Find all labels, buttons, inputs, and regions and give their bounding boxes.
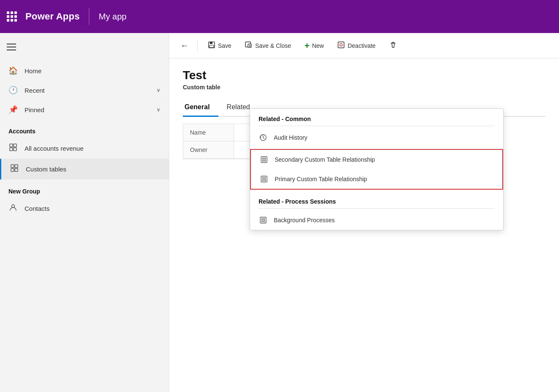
save-close-icon xyxy=(245,41,253,50)
svg-rect-2 xyxy=(10,148,13,151)
sidebar-contacts-label: Contacts xyxy=(25,205,160,212)
svg-rect-27 xyxy=(262,218,263,220)
recent-chevron-icon: ∨ xyxy=(157,87,160,93)
sidebar-recent-label: Recent xyxy=(25,87,150,94)
deactivate-label: Deactivate xyxy=(347,42,375,49)
svg-rect-29 xyxy=(262,221,263,222)
svg-rect-30 xyxy=(264,221,265,222)
top-header: Power Apps My app xyxy=(0,0,559,33)
recent-icon: 🕐 xyxy=(8,86,18,95)
deactivate-icon xyxy=(337,41,345,50)
svg-rect-26 xyxy=(260,217,266,223)
svg-rect-5 xyxy=(15,165,18,168)
sidebar-item-all-accounts-revenue[interactable]: All accounts revenue xyxy=(0,138,169,159)
app-title: Power Apps xyxy=(25,11,80,22)
all-accounts-icon xyxy=(8,143,18,154)
related-common-header: Related - Common xyxy=(250,109,503,126)
sidebar-home-label: Home xyxy=(25,67,160,75)
svg-rect-10 xyxy=(210,42,212,44)
sidebar-custom-tables-label: Custom tables xyxy=(26,166,160,173)
save-label: Save xyxy=(218,42,231,49)
app-name: My app xyxy=(99,12,127,22)
sidebar-all-accounts-label: All accounts revenue xyxy=(25,145,160,152)
svg-rect-28 xyxy=(264,218,265,220)
main-layout: 🏠 Home 🕐 Recent ∨ 📌 Pinned ∨ Accounts Al… xyxy=(0,33,559,392)
svg-rect-16 xyxy=(261,157,267,163)
highlighted-relationships-box: Secondary Custom Table Relationship Prim… xyxy=(250,149,503,190)
sidebar-item-home[interactable]: 🏠 Home xyxy=(0,61,169,80)
record-subtitle: Custom table xyxy=(183,84,545,91)
svg-rect-19 xyxy=(262,160,264,161)
dropdown-item-secondary-custom-table[interactable]: Secondary Custom Table Relationship xyxy=(251,150,502,169)
toolbar: ← Save Save & Close + New xyxy=(169,33,559,58)
hamburger-menu-button[interactable] xyxy=(0,33,169,61)
svg-rect-7 xyxy=(15,168,18,171)
pinned-chevron-icon: ∨ xyxy=(157,107,160,113)
related-dropdown-panel: Related - Common Audit History Secondary… xyxy=(250,108,504,230)
svg-rect-14 xyxy=(338,42,344,48)
save-close-button[interactable]: Save & Close xyxy=(239,38,297,54)
save-close-label: Save & Close xyxy=(255,42,291,49)
record-title: Test xyxy=(183,69,545,82)
back-button[interactable]: ← xyxy=(176,39,193,52)
dropdown-item-primary-custom-table[interactable]: Primary Custom Table Relationship xyxy=(251,169,502,189)
svg-rect-24 xyxy=(262,179,264,181)
custom-tables-icon xyxy=(10,164,19,174)
header-divider xyxy=(89,8,89,25)
new-button[interactable]: + New xyxy=(299,38,330,53)
svg-rect-22 xyxy=(262,177,264,179)
sidebar-pinned-label: Pinned xyxy=(25,106,150,113)
home-icon: 🏠 xyxy=(8,66,18,75)
background-processes-label: Background Processes xyxy=(274,217,335,224)
save-icon xyxy=(208,41,215,50)
delete-icon xyxy=(389,41,397,50)
svg-rect-1 xyxy=(14,144,17,147)
waffle-icon[interactable] xyxy=(7,11,17,22)
audit-history-label: Audit History xyxy=(274,134,307,141)
svg-rect-11 xyxy=(209,45,214,47)
sidebar-item-custom-tables[interactable]: Custom tables xyxy=(0,159,169,179)
pinned-icon: 📌 xyxy=(8,105,18,114)
new-icon: + xyxy=(305,41,310,50)
content-area: ← Save Save & Close + New xyxy=(169,33,559,392)
background-processes-icon xyxy=(259,215,268,225)
svg-rect-6 xyxy=(11,168,14,171)
sidebar-item-recent[interactable]: 🕐 Recent ∨ xyxy=(0,80,169,100)
svg-rect-4 xyxy=(11,165,14,168)
sidebar-item-contacts[interactable]: Contacts xyxy=(0,198,169,219)
form-label-owner: Owner xyxy=(183,141,234,159)
dropdown-item-audit-history[interactable]: Audit History xyxy=(250,128,503,147)
svg-point-15 xyxy=(340,44,342,46)
delete-button[interactable] xyxy=(383,38,403,54)
related-process-header: Related - Process Sessions xyxy=(250,191,503,208)
tab-general[interactable]: General xyxy=(183,99,218,116)
primary-table-icon xyxy=(259,174,269,184)
secondary-custom-table-label: Secondary Custom Table Relationship xyxy=(275,156,375,163)
new-group-section-header: New Group xyxy=(0,179,169,198)
audit-history-icon xyxy=(259,133,268,142)
svg-rect-21 xyxy=(261,176,267,182)
save-button[interactable]: Save xyxy=(202,38,237,54)
svg-rect-25 xyxy=(264,179,266,181)
accounts-section-header: Accounts xyxy=(0,119,169,138)
secondary-table-icon xyxy=(259,155,269,164)
svg-rect-3 xyxy=(14,148,17,151)
svg-rect-23 xyxy=(264,177,266,179)
toolbar-separator-1 xyxy=(197,39,198,52)
svg-rect-17 xyxy=(262,158,264,159)
contacts-icon xyxy=(8,203,18,214)
sidebar: 🏠 Home 🕐 Recent ∨ 📌 Pinned ∨ Accounts Al… xyxy=(0,33,169,392)
svg-rect-0 xyxy=(10,144,13,147)
svg-rect-18 xyxy=(264,158,266,159)
svg-rect-20 xyxy=(264,160,266,161)
sidebar-item-pinned[interactable]: 📌 Pinned ∨ xyxy=(0,100,169,119)
dropdown-item-background-processes[interactable]: Background Processes xyxy=(250,210,503,230)
related-process-divider xyxy=(259,208,495,209)
form-label-name: Name xyxy=(183,124,234,141)
page-content: Test Custom table General Related Name O… xyxy=(169,58,559,392)
related-common-divider xyxy=(259,126,495,126)
new-label: New xyxy=(312,42,324,49)
deactivate-button[interactable]: Deactivate xyxy=(331,38,381,54)
primary-custom-table-label: Primary Custom Table Relationship xyxy=(275,176,367,182)
